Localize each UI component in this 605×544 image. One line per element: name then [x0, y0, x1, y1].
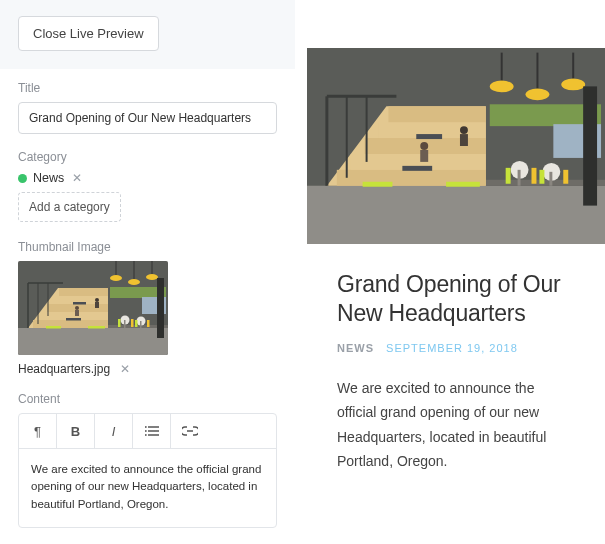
remove-category-icon[interactable]: ✕ — [72, 171, 82, 185]
preview-body-text: We are excited to announce the official … — [337, 376, 575, 474]
svg-point-42 — [145, 430, 147, 432]
content-label: Content — [18, 392, 277, 406]
italic-icon[interactable]: I — [95, 414, 133, 448]
thumbnail-filename: Headquarters.jpg — [18, 362, 110, 376]
content-editor: ¶ B I We are excited to announce the off… — [18, 413, 277, 528]
editor-pane: Close Live Preview Title Category News ✕… — [0, 0, 295, 544]
list-icon[interactable] — [133, 414, 171, 448]
content-toolbar: ¶ B I — [19, 414, 276, 449]
close-live-preview-button[interactable]: Close Live Preview — [18, 16, 159, 51]
paragraph-icon[interactable]: ¶ — [19, 414, 57, 448]
preview-date: SEPTEMBER 19, 2018 — [386, 342, 518, 354]
category-dot-icon — [18, 174, 27, 183]
preview-hero-image — [307, 48, 605, 244]
link-icon[interactable] — [171, 414, 209, 448]
preview-meta: NEWS SEPTEMBER 19, 2018 — [337, 342, 575, 354]
thumbnail-image[interactable] — [18, 261, 168, 355]
remove-thumbnail-icon[interactable]: ✕ — [120, 362, 130, 376]
add-category-button[interactable]: Add a category — [18, 192, 121, 222]
preview-body: Grand Opening of Our New Headquarters NE… — [307, 244, 605, 484]
thumbnail-filename-row: Headquarters.jpg ✕ — [18, 362, 277, 376]
thumbnail-field: Headquarters.jpg ✕ — [18, 261, 277, 376]
category-label: Category — [18, 150, 277, 164]
bold-icon[interactable]: B — [57, 414, 95, 448]
title-input[interactable] — [18, 102, 277, 134]
preview-pane: Grand Opening of Our New Headquarters NE… — [307, 48, 605, 544]
svg-point-41 — [145, 426, 147, 428]
preview-title: Grand Opening of Our New Headquarters — [337, 270, 575, 328]
content-textarea[interactable]: We are excited to announce the official … — [19, 449, 276, 527]
preview-category: NEWS — [337, 342, 374, 354]
editor-form: Title Category News ✕ Add a category Thu… — [0, 69, 295, 538]
editor-topbar: Close Live Preview — [0, 0, 295, 69]
svg-point-43 — [145, 434, 147, 436]
category-name: News — [33, 171, 64, 185]
thumbnail-label: Thumbnail Image — [18, 240, 277, 254]
category-tag: News ✕ — [18, 171, 277, 185]
title-label: Title — [18, 81, 277, 95]
